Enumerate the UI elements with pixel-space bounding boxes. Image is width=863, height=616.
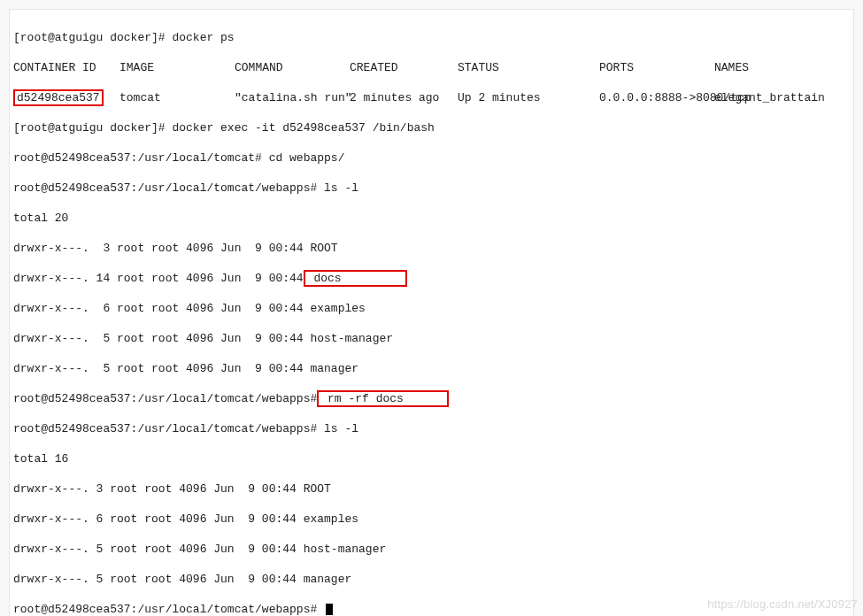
line: root@d52498cea537:/usr/local/tomcat# cd …	[13, 150, 850, 166]
container-id-highlight: d52498cea537	[13, 89, 104, 106]
line: drwxr-x---. 6 root root 4096 Jun 9 00:44…	[13, 512, 850, 527]
line: drwxr-x---. 3 root root 4096 Jun 9 00:44…	[13, 481, 850, 497]
line: drwxr-x---. 3 root root 4096 Jun 9 00:44…	[13, 241, 850, 256]
line: drwxr-x---. 5 root root 4096 Jun 9 00:44…	[13, 361, 850, 376]
line: drwxr-x---. 5 root root 4096 Jun 9 00:44…	[13, 331, 850, 346]
ps-header: CONTAINER IDIMAGECOMMANDCREATEDSTATUSPOR…	[13, 60, 850, 75]
line: drwxr-x---. 14 root root 4096 Jun 9 00:4…	[13, 271, 850, 286]
line: root@d52498cea537:/usr/local/tomcat/weba…	[13, 391, 850, 406]
line: total 20	[13, 211, 850, 226]
line: drwxr-x---. 5 root root 4096 Jun 9 00:44…	[13, 542, 850, 557]
ps-row: d52498cea537tomcat"catalina.sh run"2 min…	[13, 90, 850, 105]
docs-dir-highlight: docs	[304, 270, 407, 287]
rm-command-highlight: rm -rf docs	[317, 390, 448, 407]
watermark: https://blog.csdn.net/XJ0927	[707, 597, 858, 611]
line: root@d52498cea537:/usr/local/tomcat/weba…	[13, 421, 850, 436]
terminal-output: [root@atguigu docker]# docker ps CONTAIN…	[9, 9, 854, 616]
line: total 16	[13, 451, 850, 466]
line: drwxr-x---. 6 root root 4096 Jun 9 00:44…	[13, 301, 850, 316]
line: drwxr-x---. 5 root root 4096 Jun 9 00:44…	[13, 572, 850, 587]
line: [root@atguigu docker]# docker exec -it d…	[13, 120, 850, 135]
line: root@d52498cea537:/usr/local/tomcat/weba…	[13, 181, 850, 196]
cursor-icon	[326, 604, 333, 615]
line: [root@atguigu docker]# docker ps	[13, 30, 850, 45]
